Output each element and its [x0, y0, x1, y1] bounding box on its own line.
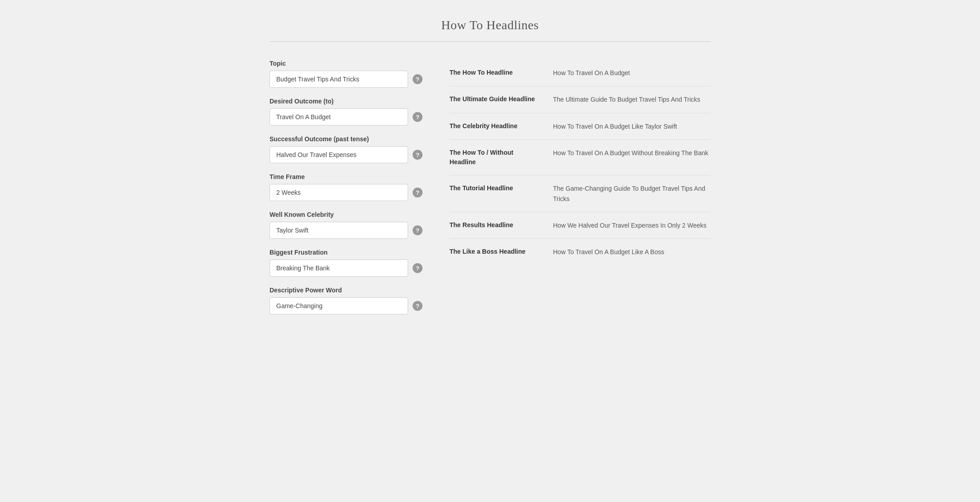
headline-type-0: The How To Headline: [450, 68, 539, 77]
page-container: How To Headlines Topic?Desired Outcome (…: [243, 0, 737, 351]
headline-type-1: The Ultimate Guide Headline: [450, 94, 539, 104]
field-group-frustration: Biggest Frustration?: [270, 249, 423, 277]
right-panel: The How To HeadlineHow To Travel On A Bu…: [450, 60, 710, 265]
label-celebrity: Well Known Celebrity: [270, 211, 423, 218]
field-group-successful_outcome: Successful Outcome (past tense)?: [270, 135, 423, 163]
input-time_frame[interactable]: [270, 184, 408, 201]
field-row-successful_outcome: ?: [270, 146, 423, 163]
field-group-celebrity: Well Known Celebrity?: [270, 211, 423, 239]
field-row-celebrity: ?: [270, 222, 423, 239]
field-group-topic: Topic?: [270, 60, 423, 88]
headline-type-4: The Tutorial Headline: [450, 184, 539, 193]
headline-row-1: The Ultimate Guide HeadlineThe Ultimate …: [450, 86, 710, 113]
headline-value-2: How To Travel On A Budget Like Taylor Sw…: [553, 121, 710, 131]
headline-row-6: The Like a Boss HeadlineHow To Travel On…: [450, 239, 710, 265]
field-row-time_frame: ?: [270, 184, 423, 201]
headline-row-3: The How To / Without HeadlineHow To Trav…: [450, 140, 710, 175]
field-group-time_frame: Time Frame?: [270, 173, 423, 201]
field-row-power_word: ?: [270, 297, 423, 314]
headline-type-5: The Results Headline: [450, 220, 539, 230]
headline-value-4: The Game-Changing Guide To Budget Travel…: [553, 184, 710, 204]
field-row-desired_outcome: ?: [270, 108, 423, 126]
left-panel: Topic?Desired Outcome (to)?Successful Ou…: [270, 60, 423, 324]
help-icon-desired_outcome[interactable]: ?: [413, 112, 423, 122]
field-row-frustration: ?: [270, 260, 423, 277]
input-power_word[interactable]: [270, 297, 408, 314]
headline-value-6: How To Travel On A Budget Like A Boss: [553, 247, 710, 257]
headline-row-4: The Tutorial HeadlineThe Game-Changing G…: [450, 175, 710, 212]
headline-value-5: How We Halved Our Travel Expenses In Onl…: [553, 220, 710, 230]
headline-type-6: The Like a Boss Headline: [450, 247, 539, 256]
input-desired_outcome[interactable]: [270, 108, 408, 126]
label-desired_outcome: Desired Outcome (to): [270, 98, 423, 105]
field-group-power_word: Descriptive Power Word?: [270, 287, 423, 314]
help-icon-topic[interactable]: ?: [413, 74, 423, 84]
divider: [270, 41, 710, 42]
headline-row-2: The Celebrity HeadlineHow To Travel On A…: [450, 113, 710, 140]
headline-value-1: The Ultimate Guide To Budget Travel Tips…: [553, 94, 710, 104]
field-row-topic: ?: [270, 71, 423, 88]
main-layout: Topic?Desired Outcome (to)?Successful Ou…: [270, 60, 710, 324]
help-icon-celebrity[interactable]: ?: [413, 225, 423, 235]
label-frustration: Biggest Frustration: [270, 249, 423, 256]
field-group-desired_outcome: Desired Outcome (to)?: [270, 98, 423, 126]
help-icon-successful_outcome[interactable]: ?: [413, 150, 423, 160]
headline-value-0: How To Travel On A Budget: [553, 68, 710, 78]
headline-type-3: The How To / Without Headline: [450, 148, 539, 167]
help-icon-power_word[interactable]: ?: [413, 301, 423, 311]
headline-row-5: The Results HeadlineHow We Halved Our Tr…: [450, 212, 710, 239]
label-power_word: Descriptive Power Word: [270, 287, 423, 294]
headline-value-3: How To Travel On A Budget Without Breaki…: [553, 148, 710, 158]
label-successful_outcome: Successful Outcome (past tense): [270, 135, 423, 143]
label-topic: Topic: [270, 60, 423, 67]
input-topic[interactable]: [270, 71, 408, 88]
page-title: How To Headlines: [270, 18, 710, 32]
help-icon-frustration[interactable]: ?: [413, 263, 423, 273]
input-celebrity[interactable]: [270, 222, 408, 239]
headline-row-0: The How To HeadlineHow To Travel On A Bu…: [450, 60, 710, 86]
input-frustration[interactable]: [270, 260, 408, 277]
label-time_frame: Time Frame: [270, 173, 423, 180]
headline-type-2: The Celebrity Headline: [450, 121, 539, 131]
help-icon-time_frame[interactable]: ?: [413, 188, 423, 197]
input-successful_outcome[interactable]: [270, 146, 408, 163]
